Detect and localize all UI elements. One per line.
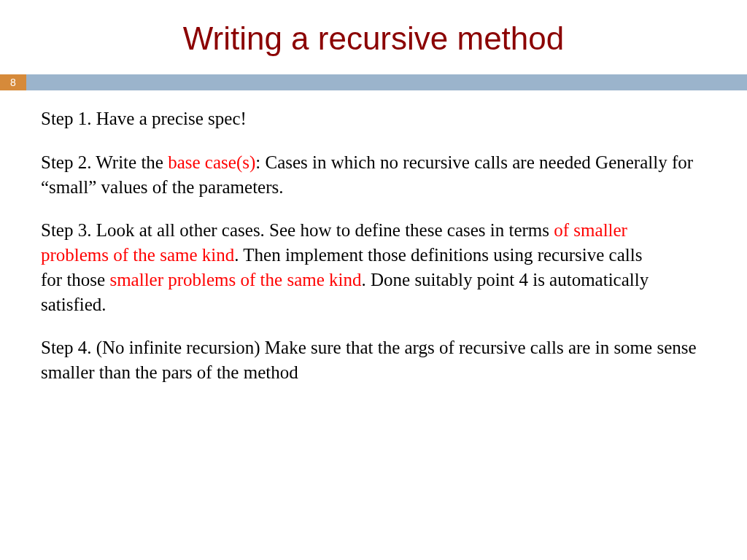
header-divider: 8 [0, 74, 747, 90]
page-number: 8 [0, 74, 26, 90]
step-1: Step 1. Have a precise spec! [41, 106, 706, 131]
step-4: Step 4. (No infinite recursion) Make sur… [41, 335, 706, 385]
slide-title: Writing a recursive method [0, 0, 747, 74]
divider-fill [26, 74, 747, 90]
step-2-emphasis: base case(s) [168, 152, 255, 172]
step-3-p1: Step 3. Look at all other cases. See how… [41, 220, 554, 240]
slide-content: Step 1. Have a precise spec! Step 2. Wri… [0, 90, 747, 385]
step-2-pre: Step 2. Write the [41, 152, 168, 172]
step-3-emphasis-2: smaller problems of the same kind [109, 270, 361, 289]
step-2: Step 2. Write the base case(s): Cases in… [41, 150, 706, 200]
step-3: Step 3. Look at all other cases. See how… [41, 218, 706, 316]
